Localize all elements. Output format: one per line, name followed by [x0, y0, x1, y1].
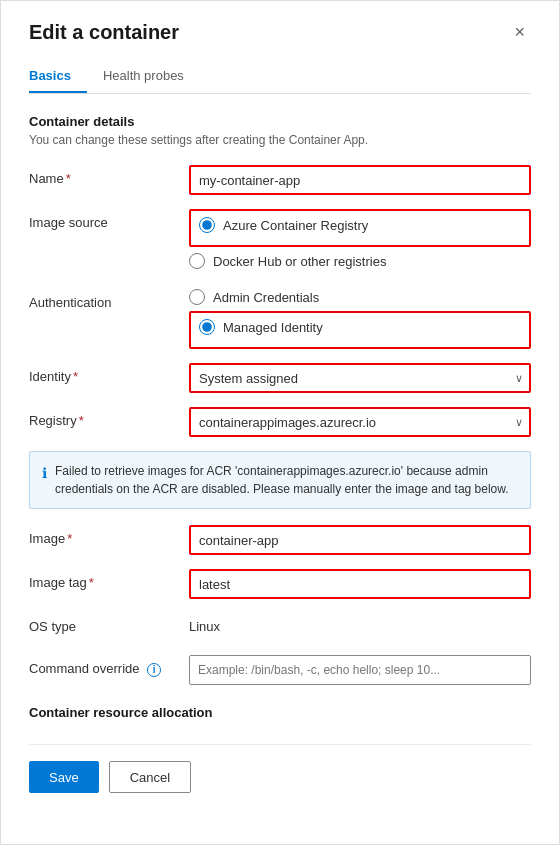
info-box: ℹ Failed to retrieve images for ACR 'con…	[29, 451, 531, 509]
image-control	[189, 525, 531, 555]
os-type-label: OS type	[29, 613, 189, 634]
acr-radio[interactable]	[199, 217, 215, 233]
dialog-header: Edit a container ×	[29, 21, 531, 44]
identity-select-wrapper: System assigned ∨	[189, 363, 531, 393]
tab-health-probes[interactable]: Health probes	[103, 60, 200, 93]
admin-credentials-option[interactable]: Admin Credentials	[189, 289, 531, 305]
admin-radio[interactable]	[189, 289, 205, 305]
command-override-row: Command override i	[29, 655, 531, 685]
os-type-value: Linux	[189, 613, 531, 634]
edit-container-dialog: Edit a container × Basics Health probes …	[0, 0, 560, 845]
tab-basics[interactable]: Basics	[29, 60, 87, 93]
identity-control: System assigned ∨	[189, 363, 531, 393]
os-type-row: OS type Linux	[29, 613, 531, 641]
managed-identity-highlight-group: Managed Identity	[189, 311, 531, 349]
dialog-title: Edit a container	[29, 21, 179, 44]
image-tag-row: Image tag*	[29, 569, 531, 599]
section-title: Container details	[29, 114, 531, 129]
image-source-control: Azure Container Registry Docker Hub or o…	[189, 209, 531, 275]
name-control	[189, 165, 531, 195]
resource-section-divider: Container resource allocation	[29, 705, 531, 720]
registry-select-wrapper: containerappimages.azurecr.io ∨	[189, 407, 531, 437]
managed-radio[interactable]	[199, 319, 215, 335]
registry-select[interactable]: containerappimages.azurecr.io	[189, 407, 531, 437]
registry-label: Registry*	[29, 407, 189, 428]
image-tag-control	[189, 569, 531, 599]
managed-identity-option[interactable]: Managed Identity	[199, 319, 521, 335]
cancel-button[interactable]: Cancel	[109, 761, 191, 793]
image-source-row: Image source Azure Container Registry Do…	[29, 209, 531, 275]
image-tag-input[interactable]	[189, 569, 531, 599]
identity-row: Identity* System assigned ∨	[29, 363, 531, 393]
footer: Save Cancel	[29, 744, 531, 793]
info-box-icon: ℹ	[42, 463, 47, 484]
acr-option[interactable]: Azure Container Registry	[199, 217, 521, 233]
command-override-input[interactable]	[189, 655, 531, 685]
identity-select[interactable]: System assigned	[189, 363, 531, 393]
registry-row: Registry* containerappimages.azurecr.io …	[29, 407, 531, 437]
command-override-info-icon[interactable]: i	[147, 663, 161, 677]
tab-bar: Basics Health probes	[29, 60, 531, 94]
resource-section-title: Container resource allocation	[29, 705, 531, 720]
close-button[interactable]: ×	[508, 21, 531, 43]
dockerhub-option[interactable]: Docker Hub or other registries	[189, 253, 531, 269]
image-row: Image*	[29, 525, 531, 555]
name-input[interactable]	[189, 165, 531, 195]
image-tag-label: Image tag*	[29, 569, 189, 590]
command-override-control	[189, 655, 531, 685]
identity-label: Identity*	[29, 363, 189, 384]
image-label: Image*	[29, 525, 189, 546]
authentication-row: Authentication Admin Credentials Managed…	[29, 289, 531, 349]
authentication-label: Authentication	[29, 289, 189, 310]
save-button[interactable]: Save	[29, 761, 99, 793]
command-override-label: Command override i	[29, 655, 189, 677]
image-input[interactable]	[189, 525, 531, 555]
authentication-control: Admin Credentials Managed Identity	[189, 289, 531, 349]
image-source-label: Image source	[29, 209, 189, 230]
name-row: Name*	[29, 165, 531, 195]
registry-control: containerappimages.azurecr.io ∨	[189, 407, 531, 437]
dockerhub-radio[interactable]	[189, 253, 205, 269]
name-label: Name*	[29, 165, 189, 186]
info-box-text: Failed to retrieve images for ACR 'conta…	[55, 462, 518, 498]
section-subtitle: You can change these settings after crea…	[29, 133, 531, 147]
image-source-highlight-group: Azure Container Registry	[189, 209, 531, 247]
